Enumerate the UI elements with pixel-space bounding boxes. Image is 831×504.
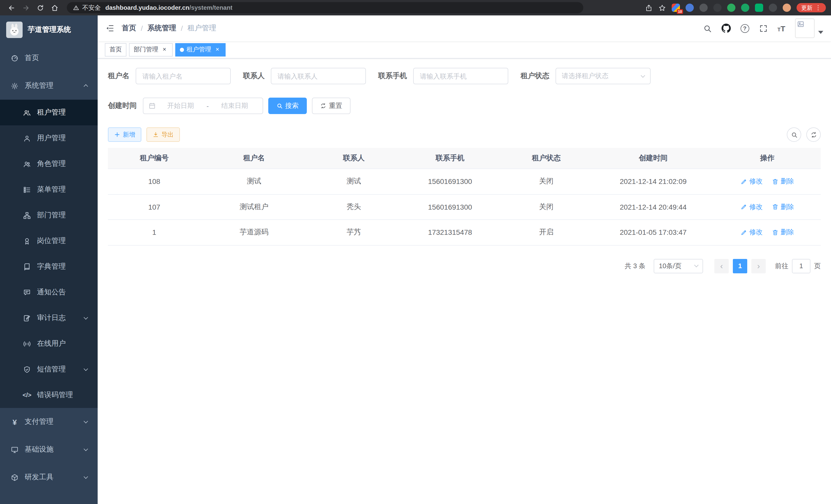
sidebar-item-role[interactable]: 角色管理 [0,151,98,177]
page-size-select[interactable]: 10条/页 [654,259,703,273]
add-button[interactable]: 新增 [108,127,141,142]
edit-button[interactable]: 修改 [741,177,763,186]
infra-icon [10,446,19,453]
sidebar-item-infrastructure[interactable]: 基础设施 [0,436,98,464]
hamburger-icon[interactable] [105,24,115,33]
contact-input[interactable] [271,68,366,84]
browser-back-icon[interactable] [5,2,18,14]
total-count: 共 3 条 [625,261,646,270]
sidebar-item-audit-log[interactable]: 审计日志 [0,305,98,331]
close-icon[interactable]: × [214,46,221,53]
status-label: 租户状态 [521,71,555,81]
main-panel: 首页 / 系统管理 / 租户管理 ? TT [98,16,831,504]
chevron-down-icon [84,447,88,451]
font-size-icon[interactable]: TT [777,24,785,33]
edit-button[interactable]: 修改 [741,202,763,211]
cell-created: 2021-12-14 20:49:44 [593,194,714,219]
chevron-down-icon [641,73,645,78]
delete-button[interactable]: 删除 [772,228,794,237]
sidebar-item-user[interactable]: 用户管理 [0,125,98,151]
breadcrumb-current: 租户管理 [188,24,217,33]
tenant-name-input[interactable] [136,68,231,84]
extension-icon-2[interactable] [686,4,694,12]
bookmark-star-icon[interactable] [658,4,666,11]
sidebar-item-menu[interactable]: 菜单管理 [0,177,98,202]
export-button[interactable]: 导出 [146,127,180,142]
notice-icon [23,289,31,296]
reset-button[interactable]: 重置 [312,98,350,114]
date-range-picker[interactable]: 开始日期 - 结束日期 [143,98,263,114]
sidebar-item-dept[interactable]: 部门管理 [0,202,98,228]
search-icon[interactable] [703,24,712,33]
page-unit-label: 页 [814,261,821,270]
browser-reload-icon[interactable] [34,2,46,14]
breadcrumb-separator: / [141,24,143,32]
column-header: 创建时间 [593,148,714,169]
page-jumper: 前往 页 [775,259,821,273]
menu-kebab-icon[interactable]: ⋮ [815,5,821,11]
cell-id: 1 [108,219,201,245]
delete-button[interactable]: 删除 [772,177,794,186]
navbar-actions: ? TT [703,19,823,38]
share-icon[interactable] [645,4,653,11]
cell-id: 108 [108,169,201,194]
refresh-button[interactable] [806,127,821,142]
prev-page-button[interactable]: ‹ [714,259,729,273]
goto-page-input[interactable] [792,259,810,273]
browser-update-button[interactable]: 更新⋮ [797,3,826,12]
sidebar-item-post[interactable]: 岗位管理 [0,228,98,254]
sidebar-item-dict[interactable]: 字典管理 [0,254,98,279]
contact-label: 联系人 [243,71,271,81]
avatar[interactable] [795,19,814,38]
cell-name: 测试租户 [201,194,308,219]
delete-button[interactable]: 删除 [772,202,794,211]
breadcrumb-system[interactable]: 系统管理 [147,24,176,33]
extension-icon-4[interactable] [713,4,721,12]
sidebar-item-sms[interactable]: 短信管理 [0,357,98,382]
extension-icon-7[interactable] [755,4,763,12]
github-icon[interactable] [721,24,730,33]
breadcrumb-home[interactable]: 首页 [122,24,136,33]
tenant-table: 租户编号 租户名 联系人 联系手机 租户状态 创建时间 操作 108 测试 [108,148,821,245]
toggle-search-button[interactable] [787,127,801,142]
sidebar-item-home[interactable]: 首页 [0,44,98,72]
extension-icon-3[interactable] [699,4,708,12]
extension-badge: 10 [677,9,683,14]
search-button[interactable]: 搜索 [268,98,307,114]
cell-name: 测试 [201,169,308,194]
sidebar: 芋道管理系统 首页 系统管理 租户管理 用户管理 [0,16,98,504]
tab-home[interactable]: 首页 [105,43,126,56]
edit-button[interactable]: 修改 [741,228,763,237]
help-icon[interactable]: ? [740,24,749,33]
address-bar[interactable]: 不安全 dashboard.yudao.iocoder.cn/system/te… [67,2,583,13]
tab-dept[interactable]: 部门管理× [129,43,173,56]
status-select[interactable]: 请选择租户状态 [555,68,651,84]
profile-avatar-icon[interactable] [783,4,791,12]
fullscreen-icon[interactable] [759,24,768,33]
extension-icon-1[interactable]: 10 [672,4,680,12]
extension-icon-6[interactable] [741,4,749,12]
logo[interactable]: 芋道管理系统 [0,16,98,44]
next-page-button[interactable]: › [751,259,766,273]
pagination: 共 3 条 10条/页 ‹ 1 › 前往 页 [108,259,821,273]
security-label[interactable]: 不安全 [82,3,101,12]
user-menu[interactable] [795,19,823,38]
phone-input[interactable] [413,68,508,84]
browser-home-icon[interactable] [48,2,61,14]
sidebar-item-online-user[interactable]: 在线用户 [0,331,98,357]
extension-icon-8[interactable] [769,4,777,12]
column-header: 租户状态 [500,148,593,169]
page-number-1[interactable]: 1 [733,259,747,273]
sidebar-item-error-code[interactable]: </> 错误码管理 [0,382,98,408]
filter-row-1: 租户名 联系人 联系手机 租户状态 请选择租户状态 [108,68,821,84]
sidebar-item-tenant[interactable]: 租户管理 [0,100,98,125]
sidebar-item-payment[interactable]: ¥ 支付管理 [0,408,98,436]
browser-forward-icon[interactable] [20,2,32,14]
tab-tenant[interactable]: 租户管理× [175,43,226,56]
browser-actions: 10 更新⋮ [645,3,826,12]
sidebar-item-dev-tools[interactable]: 研发工具 [0,464,98,491]
extension-icon-5[interactable] [727,4,736,12]
sidebar-item-system[interactable]: 系统管理 [0,72,98,100]
sidebar-item-notice[interactable]: 通知公告 [0,279,98,305]
close-icon[interactable]: × [161,46,168,53]
